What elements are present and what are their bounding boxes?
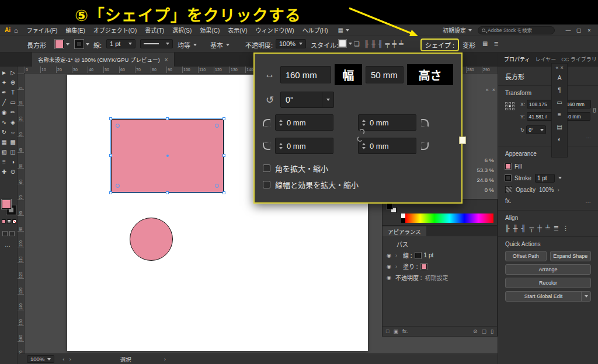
w-field[interactable]: 160 mm bbox=[564, 100, 591, 108]
visibility-eye-icon[interactable]: ◉ bbox=[387, 264, 392, 270]
align-icon[interactable]: ≣ bbox=[554, 225, 559, 232]
tool-icon[interactable]: T bbox=[9, 89, 17, 96]
menu-item[interactable]: ファイル(F) bbox=[23, 26, 62, 34]
circle-shape[interactable] bbox=[130, 218, 173, 261]
artboard-nav-icon[interactable]: ‹ bbox=[62, 356, 64, 362]
window-button[interactable]: ▢ bbox=[573, 27, 584, 33]
selection-handle[interactable] bbox=[109, 191, 112, 194]
stroke-weight-dropdown[interactable]: 1 pt bbox=[106, 39, 135, 48]
color-button[interactable] bbox=[2, 219, 6, 223]
shape-width-field[interactable]: 160 mm bbox=[280, 66, 331, 83]
align-icon[interactable]: ╟ bbox=[505, 225, 510, 232]
appearance-footer-icon[interactable]: ⊘ bbox=[473, 328, 478, 334]
appearance-footer-icon[interactable]: fx. bbox=[402, 328, 408, 334]
align-icon[interactable]: ⋮ bbox=[562, 225, 569, 232]
opacity-dropdown[interactable]: 100% bbox=[276, 39, 306, 48]
stepper-icon[interactable] bbox=[279, 143, 283, 149]
live-corner-widget[interactable] bbox=[215, 184, 219, 188]
tool-icon[interactable]: ▷ bbox=[9, 69, 17, 76]
stroke-weight-value[interactable]: 1 pt bbox=[424, 252, 434, 258]
checkbox[interactable] bbox=[263, 181, 270, 188]
chevron-right-icon[interactable]: › bbox=[557, 187, 559, 193]
document-layout-icon[interactable]: ▦ bbox=[338, 27, 343, 33]
tool-icon[interactable]: ⊙ bbox=[9, 169, 17, 175]
status-expand-icon[interactable]: › bbox=[164, 356, 166, 362]
fx-button[interactable]: fx. bbox=[505, 198, 512, 204]
reference-point-widget[interactable] bbox=[505, 102, 515, 110]
stroke-swatch-dropdown[interactable] bbox=[75, 40, 89, 48]
align-icon[interactable]: ╢ bbox=[521, 225, 526, 232]
start-global-edit-button[interactable]: Start Global Edit bbox=[505, 291, 591, 302]
arrange-button[interactable]: Arrange bbox=[505, 264, 591, 275]
visibility-eye-icon[interactable]: ◉ bbox=[387, 275, 392, 281]
appearance-panel-tab[interactable]: アピアランス bbox=[383, 226, 426, 236]
tool-icon[interactable]: ◉ bbox=[1, 109, 8, 116]
shape-height-field[interactable]: 50 mm bbox=[366, 66, 404, 83]
dock-panel-icon[interactable]: ▭ bbox=[557, 99, 562, 106]
dock-panel-icon[interactable]: A bbox=[557, 75, 562, 81]
search-input[interactable] bbox=[488, 27, 551, 33]
align-icon[interactable]: ╫ bbox=[371, 40, 376, 47]
tool-icon[interactable]: ⇔ bbox=[9, 129, 17, 135]
opacity-row-value[interactable]: 初期設定 bbox=[425, 273, 448, 282]
fill-swatch[interactable] bbox=[55, 40, 64, 48]
tool-icon[interactable]: ↻ bbox=[1, 129, 8, 135]
dock-panel-icon[interactable]: ¶ bbox=[557, 87, 562, 93]
live-corner-widget[interactable] bbox=[116, 184, 120, 188]
brush-dropdown[interactable]: 基本 bbox=[210, 40, 230, 50]
width-profile-dropdown[interactable] bbox=[140, 39, 173, 48]
live-corner-widget[interactable] bbox=[215, 124, 219, 128]
chevron-down-icon[interactable] bbox=[322, 92, 333, 107]
style-swatch-dropdown[interactable] bbox=[339, 40, 352, 47]
dock-panel-icon[interactable]: ≡ bbox=[557, 111, 562, 118]
more-options-icon[interactable]: … bbox=[585, 198, 591, 204]
close-document-icon[interactable]: × bbox=[165, 57, 168, 63]
fill-row[interactable]: Fill bbox=[505, 160, 591, 172]
scale-corners-checkbox-row[interactable]: 角を拡大・縮小 bbox=[263, 163, 453, 174]
chevron-down-icon[interactable] bbox=[558, 177, 562, 179]
menu-item[interactable]: オブジェクト(O) bbox=[89, 26, 141, 34]
align-icon[interactable]: ╢ bbox=[378, 40, 383, 47]
stroke-weight-field[interactable]: 1 pt bbox=[535, 174, 555, 183]
selection-handle[interactable] bbox=[222, 191, 225, 194]
selection-handle[interactable] bbox=[109, 154, 112, 157]
window-button[interactable]: — bbox=[563, 27, 573, 33]
home-icon[interactable]: ⌂ bbox=[14, 27, 18, 34]
stroke-swatch[interactable] bbox=[75, 40, 84, 48]
selected-rectangle-shape[interactable] bbox=[111, 119, 224, 192]
align-icon[interactable]: ╤ bbox=[529, 225, 534, 232]
appearance-footer-icon[interactable]: □ bbox=[386, 328, 389, 334]
tool-icon[interactable]: ◑ bbox=[9, 159, 17, 165]
fill-swatch-dropdown[interactable] bbox=[55, 40, 69, 48]
corner-radius-spinner-tl[interactable]: 0 mm bbox=[275, 114, 333, 131]
collapse-icon[interactable]: « bbox=[555, 65, 558, 71]
angle-field[interactable]: 0° bbox=[526, 125, 546, 134]
edit-toolbar-icon[interactable]: … bbox=[5, 242, 11, 248]
shape-button[interactable]: シェイプ : bbox=[420, 38, 459, 51]
window-button[interactable]: × bbox=[584, 27, 594, 33]
color-spectrum-ramp[interactable] bbox=[405, 214, 493, 223]
control-icon[interactable]: ≣ bbox=[493, 40, 498, 47]
document-setup-icon[interactable]: ❏ bbox=[354, 40, 360, 48]
fill-swatch[interactable] bbox=[421, 264, 427, 270]
align-icon[interactable]: ╧ bbox=[545, 225, 550, 232]
menu-item[interactable]: 選択(S) bbox=[168, 26, 196, 34]
opacity-row[interactable]: Opacity 100% › bbox=[505, 184, 591, 195]
stepper-icon[interactable] bbox=[279, 120, 283, 126]
document-tab[interactable]: 名称未設定-1* @ 100% (CMYK/GPU プレビュー) × bbox=[32, 52, 175, 66]
opacity-value[interactable]: 100% bbox=[539, 187, 554, 193]
none-button[interactable] bbox=[12, 219, 16, 223]
menu-item[interactable]: 効果(C) bbox=[196, 26, 224, 34]
st roke-swatch[interactable] bbox=[415, 253, 421, 258]
offset-path-button[interactable]: Offset Path bbox=[505, 251, 547, 261]
tool-icon[interactable]: ✒ bbox=[1, 89, 8, 96]
style-swatch[interactable] bbox=[339, 40, 346, 47]
align-icon[interactable]: ╪ bbox=[392, 40, 397, 47]
gradient-button[interactable] bbox=[7, 219, 11, 223]
scale-strokes-checkbox-row[interactable]: 線幅と効果を拡大・縮小 bbox=[263, 179, 453, 190]
tool-icon[interactable]: ∿ bbox=[1, 119, 8, 125]
tool-icon[interactable]: ✚ bbox=[1, 169, 8, 175]
more-options-icon[interactable]: … bbox=[586, 134, 592, 139]
selection-handle[interactable] bbox=[166, 191, 169, 194]
stepper-icon[interactable] bbox=[362, 120, 366, 126]
